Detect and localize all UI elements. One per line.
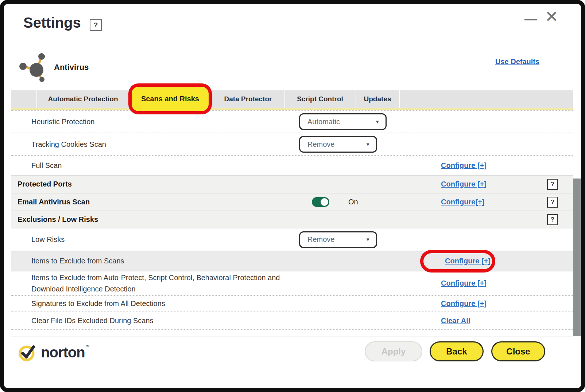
- tab-automatic-protection[interactable]: Automatic Protection: [36, 90, 129, 108]
- minimize-icon[interactable]: [524, 19, 537, 20]
- setting-label: Items to Exclude from Auto-Protect, Scri…: [31, 272, 301, 295]
- scrollbar-track[interactable]: [573, 110, 581, 336]
- chevron-down-icon: ▼: [365, 142, 370, 147]
- tab-scans-and-risks[interactable]: Scans and Risks: [141, 95, 199, 103]
- help-icon[interactable]: ?: [90, 19, 102, 31]
- chevron-down-icon: ▼: [365, 237, 370, 242]
- brand-name: norton: [41, 344, 85, 361]
- tab-script-control[interactable]: Script Control: [284, 90, 356, 108]
- trademark-mark: ™: [85, 344, 90, 349]
- row-protected-ports: Protected Ports Configure [+] ?: [11, 175, 573, 193]
- use-defaults-link[interactable]: Use Defaults: [495, 58, 539, 66]
- items-exclude-scans-configure-link[interactable]: Configure [+]: [445, 257, 491, 265]
- clear-all-link[interactable]: Clear All: [441, 317, 470, 325]
- row-exclusions-low-risks: Exclusions / Low Risks ?: [11, 211, 573, 228]
- help-icon[interactable]: ?: [547, 179, 558, 190]
- help-icon[interactable]: ?: [547, 214, 558, 225]
- email-antivirus-toggle[interactable]: [312, 197, 329, 207]
- setting-label: Full Scan: [31, 161, 62, 170]
- settings-window: Settings ? ✕ Use Defaults Antivirus Auto…: [0, 0, 585, 392]
- back-button[interactable]: Back: [430, 341, 484, 361]
- setting-label: Low Risks: [31, 235, 65, 244]
- full-scan-configure-link[interactable]: Configure [+]: [441, 161, 487, 170]
- setting-label: Tracking Cookies Scan: [31, 140, 106, 149]
- scrollbar-thumb[interactable]: [573, 179, 581, 336]
- chevron-down-icon: ▼: [375, 119, 380, 125]
- norton-check-icon: [18, 342, 38, 363]
- row-tracking-cookies-scan: Tracking Cookies Scan Remove ▼: [11, 133, 573, 156]
- setting-label: Heuristic Protection: [31, 118, 94, 126]
- product-name: Antivirus: [54, 63, 89, 72]
- help-icon[interactable]: ?: [547, 197, 558, 208]
- antivirus-molecule-icon: [19, 52, 52, 85]
- annotation-highlight-scans-and-risks: Scans and Risks: [128, 83, 212, 114]
- row-low-risks: Low Risks Remove ▼: [11, 228, 573, 251]
- row-clear-file-ids: Clear File IDs Excluded During Scans Cle…: [11, 312, 573, 330]
- footer-divider: [11, 337, 573, 337]
- close-button[interactable]: Close: [491, 341, 545, 361]
- section-label: Email Antivirus Scan: [18, 198, 90, 206]
- row-email-antivirus-scan: Email Antivirus Scan On Configure[+] ?: [11, 193, 573, 211]
- setting-label: Clear File IDs Excluded During Scans: [31, 317, 154, 325]
- row-full-scan: Full Scan Configure [+]: [11, 156, 573, 175]
- dropdown-value: Remove: [307, 140, 334, 149]
- heuristic-protection-dropdown[interactable]: Automatic ▼: [299, 113, 387, 130]
- page-title: Settings: [23, 15, 81, 31]
- toggle-state-label: On: [348, 198, 358, 206]
- dropdown-value: Remove: [307, 235, 334, 244]
- section-label: Protected Ports: [18, 180, 72, 188]
- tab-data-protector[interactable]: Data Protector: [212, 90, 284, 108]
- close-icon[interactable]: ✕: [545, 9, 558, 25]
- norton-logo: norton ™: [18, 342, 89, 363]
- row-items-exclude-scans: Items to Exclude from Scans Configure [+…: [11, 251, 573, 271]
- row-heuristic-protection: Heuristic Protection Automatic ▼: [11, 110, 573, 133]
- apply-button[interactable]: Apply: [365, 341, 422, 361]
- settings-list: Heuristic Protection Automatic ▼ Trackin…: [11, 110, 573, 330]
- row-items-exclude-autoprotect: Items to Exclude from Auto-Protect, Scri…: [11, 271, 573, 296]
- setting-label: Items to Exclude from Scans: [31, 257, 124, 265]
- items-exclude-autoprotect-configure-link[interactable]: Configure [+]: [441, 279, 487, 287]
- signatures-configure-link[interactable]: Configure [+]: [441, 299, 487, 308]
- section-label: Exclusions / Low Risks: [18, 215, 98, 224]
- row-signatures-exclude: Signatures to Exclude from All Detection…: [11, 296, 573, 312]
- dropdown-value: Automatic: [307, 118, 340, 126]
- protected-ports-configure-link[interactable]: Configure [+]: [441, 180, 487, 188]
- tracking-cookies-dropdown[interactable]: Remove ▼: [299, 136, 377, 153]
- tab-updates[interactable]: Updates: [356, 90, 399, 108]
- low-risks-dropdown[interactable]: Remove ▼: [299, 231, 377, 248]
- email-antivirus-configure-link[interactable]: Configure[+]: [441, 198, 484, 206]
- setting-label: Signatures to Exclude from All Detection…: [31, 299, 165, 308]
- toggle-knob: [320, 198, 329, 206]
